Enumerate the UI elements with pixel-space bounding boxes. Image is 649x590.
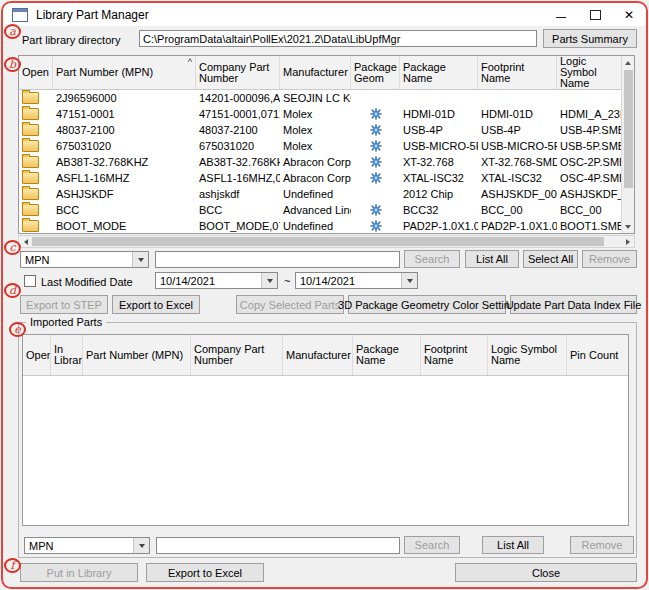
- library-row[interactable]: 675031020 675031020 Molex USB-MICRO-5P U…: [19, 138, 621, 154]
- col-logic-symbol-name[interactable]: Logic Symbol Name: [488, 335, 567, 375]
- search-button-bottom[interactable]: Search: [404, 536, 460, 554]
- col-manufacturer[interactable]: Manufacturer: [280, 56, 351, 89]
- chevron-down-icon[interactable]: [401, 273, 417, 288]
- col-footprint-name[interactable]: Footprint Name: [421, 335, 488, 375]
- package-geom-icon[interactable]: [370, 156, 382, 168]
- vertical-scrollbar[interactable]: [621, 56, 634, 233]
- cell-footprint: BCC_00: [478, 202, 557, 218]
- package-geom-icon[interactable]: [370, 220, 382, 232]
- col-part-number[interactable]: Part Number (MPN): [83, 335, 191, 375]
- scroll-down-icon[interactable]: [625, 220, 631, 233]
- remove-button-top[interactable]: Remove: [582, 250, 637, 268]
- library-row[interactable]: 2J96596000 14201-000096,A, SEOJIN LC KOR…: [19, 90, 621, 106]
- library-row[interactable]: 47151-0001 47151-0001,0712 Molex HDMI-01…: [19, 106, 621, 122]
- copy-selected-parts-button[interactable]: Copy Selected Parts: [236, 295, 344, 314]
- cell-company: ASFL1-16MHZ,07: [196, 170, 280, 186]
- col-open[interactable]: Open: [19, 56, 53, 89]
- cell-mpn: AB38T-32.768KHZ: [53, 154, 196, 170]
- open-folder-icon[interactable]: [22, 172, 39, 184]
- export-to-excel-button-top[interactable]: Export to Excel: [112, 295, 200, 314]
- put-in-library-button[interactable]: Put in Library: [20, 563, 138, 582]
- col-footprint-name[interactable]: Footprint Name: [478, 56, 557, 89]
- open-folder-icon[interactable]: [22, 188, 39, 200]
- package-geom-icon[interactable]: [370, 108, 382, 120]
- close-button[interactable]: ✕: [612, 3, 646, 26]
- col-in-library[interactable]: In Library: [51, 335, 83, 375]
- horizontal-scroll-thumb[interactable]: [32, 237, 604, 246]
- open-folder-icon[interactable]: [22, 108, 39, 120]
- package-geom-icon[interactable]: [370, 140, 382, 152]
- close-dialog-button[interactable]: Close: [455, 563, 637, 582]
- col-package-name[interactable]: Package Name: [353, 335, 421, 375]
- cell-manufacturer: Molex: [280, 138, 351, 154]
- chevron-down-icon[interactable]: [261, 273, 277, 288]
- parts-summary-button[interactable]: Parts Summary: [543, 29, 637, 48]
- cell-package: XT-32.768: [400, 154, 478, 170]
- col-company-part-number[interactable]: Company Part Number: [191, 335, 283, 375]
- open-folder-icon[interactable]: [22, 204, 39, 216]
- date-to-select[interactable]: 10/14/2021: [295, 272, 418, 289]
- open-folder-icon[interactable]: [22, 140, 39, 152]
- horizontal-scrollbar[interactable]: [18, 235, 635, 248]
- open-folder-icon[interactable]: [22, 220, 39, 232]
- col-package-name[interactable]: Package Name: [400, 56, 478, 89]
- search-field-select-bottom[interactable]: MPN: [24, 537, 150, 554]
- col-part-number[interactable]: Part Number (MPN)^: [53, 56, 196, 89]
- cell-company: 14201-000096,A,: [196, 90, 280, 106]
- maximize-button[interactable]: [578, 3, 612, 26]
- col-company-part-number[interactable]: Company Part Number: [196, 56, 280, 89]
- col-open[interactable]: Open: [23, 335, 51, 375]
- open-folder-icon[interactable]: [22, 156, 39, 168]
- search-button-top[interactable]: Search: [404, 250, 460, 268]
- cell-footprint: HDMI-01D: [478, 106, 557, 122]
- part-library-directory-field[interactable]: [139, 30, 537, 47]
- package-geometry-color-setting-button[interactable]: 3D Package Geometry Color Setting: [348, 295, 506, 314]
- search-input-top[interactable]: [155, 251, 400, 268]
- remove-button-bottom[interactable]: Remove: [570, 536, 634, 554]
- open-folder-icon[interactable]: [22, 124, 39, 136]
- cell-footprint: USB-4P: [478, 122, 557, 138]
- list-all-button-top[interactable]: List All: [465, 250, 519, 268]
- cell-footprint: XT-32.768-SMD: [478, 154, 557, 170]
- cell-logic: USB-5P.SMB: [557, 138, 621, 154]
- search-field-value: MPN: [25, 254, 49, 266]
- library-parts-table[interactable]: Open Part Number (MPN)^ Company Part Num…: [18, 55, 635, 234]
- title-bar[interactable]: Library Part Manager ✕: [3, 3, 646, 26]
- open-folder-icon[interactable]: [22, 92, 39, 104]
- search-field-value: MPN: [29, 540, 53, 552]
- imported-parts-table[interactable]: Open In Library Part Number (MPN) Compan…: [22, 334, 629, 526]
- col-pin-count[interactable]: Pin Count: [567, 335, 628, 375]
- scroll-left-icon[interactable]: [19, 236, 32, 247]
- library-row[interactable]: 48037-2100 48037-2100 Molex USB-4P USB-4…: [19, 122, 621, 138]
- scroll-right-icon[interactable]: [621, 236, 634, 247]
- package-geom-icon[interactable]: [370, 204, 382, 216]
- col-package-geom[interactable]: Package Geom: [351, 56, 400, 89]
- minimize-button[interactable]: [544, 3, 578, 26]
- chevron-down-icon[interactable]: [132, 252, 148, 267]
- date-from-select[interactable]: 10/14/2021: [155, 272, 278, 289]
- col-logic-symbol-name[interactable]: Logic Symbol Name: [557, 56, 621, 89]
- library-row[interactable]: BOOT_MODE BOOT_MODE,070 Undefined PAD2P-…: [19, 218, 621, 234]
- scroll-up-icon[interactable]: [625, 56, 631, 69]
- cell-footprint: [478, 90, 557, 106]
- app-icon: [12, 8, 28, 22]
- export-to-step-button[interactable]: Export to STEP: [20, 295, 108, 314]
- col-manufacturer[interactable]: Manufacturer: [283, 335, 353, 375]
- update-part-data-index-button[interactable]: Update Part Data Index File: [510, 295, 637, 314]
- search-input-bottom[interactable]: [156, 537, 400, 554]
- last-modified-date-checkbox[interactable]: [24, 275, 36, 287]
- library-row[interactable]: AB38T-32.768KHZ AB38T-32.768KH Abracon C…: [19, 154, 621, 170]
- library-row[interactable]: ASFL1-16MHZ ASFL1-16MHZ,07 Abracon Corpo…: [19, 170, 621, 186]
- library-row[interactable]: BCC BCC Advanced Linear BCC32 BCC_00 BCC…: [19, 202, 621, 218]
- cell-company: 47151-0001,0712: [196, 106, 280, 122]
- chevron-down-icon[interactable]: [133, 538, 149, 553]
- search-field-select-top[interactable]: MPN: [20, 251, 149, 268]
- select-all-button[interactable]: Select All: [523, 250, 578, 268]
- library-row[interactable]: ASHJSKDF ashjskdf Undefined 2012 Chip AS…: [19, 186, 621, 202]
- list-all-button-bottom[interactable]: List All: [482, 536, 544, 554]
- package-geom-icon[interactable]: [370, 124, 382, 136]
- vertical-scroll-thumb[interactable]: [624, 70, 633, 188]
- library-table-header: Open Part Number (MPN)^ Company Part Num…: [19, 56, 621, 90]
- package-geom-icon[interactable]: [370, 172, 382, 184]
- export-to-excel-button-bottom[interactable]: Export to Excel: [146, 563, 264, 582]
